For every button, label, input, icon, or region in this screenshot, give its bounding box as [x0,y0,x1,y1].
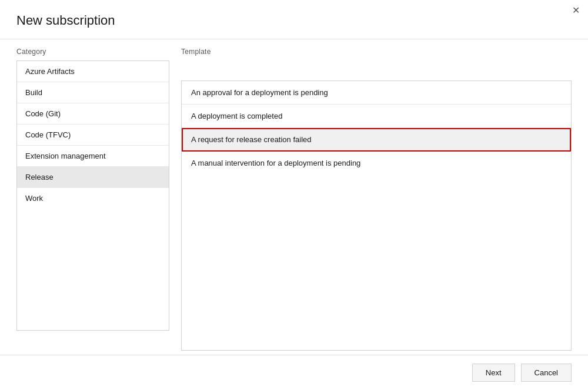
category-item-build[interactable]: Build [17,82,169,103]
cancel-button[interactable]: Cancel [521,364,572,382]
template-item-release-creation-failed[interactable]: A request for release creation failed [182,128,571,152]
category-item-extension-management[interactable]: Extension management [17,146,169,167]
category-item-code-tfvc[interactable]: Code (TFVC) [17,125,169,146]
dialog-footer: Next Cancel [0,355,588,390]
category-item-work[interactable]: Work [17,188,169,209]
category-item-release[interactable]: Release [17,167,169,188]
template-section: Template An approval for a deployment is… [181,39,572,351]
new-subscription-dialog: ✕ New subscription Category Azure Artifa… [0,0,588,390]
dialog-overlay: ✕ New subscription Category Azure Artifa… [0,0,588,390]
dialog-title: New subscription [0,0,588,39]
category-item-code-git[interactable]: Code (Git) [17,103,169,125]
close-button[interactable]: ✕ [572,6,580,15]
section-divider [169,39,181,351]
category-label: Category [16,39,169,60]
template-label: Template [181,39,572,60]
template-list: An approval for a deployment is pendingA… [181,80,572,351]
category-item-azure-artifacts[interactable]: Azure Artifacts [17,61,169,82]
next-button[interactable]: Next [472,364,515,382]
template-item-manual-intervention[interactable]: A manual intervention for a deployment i… [182,152,571,174]
category-section: Category Azure ArtifactsBuildCode (Git)C… [16,39,169,351]
template-item-deployment-completed[interactable]: A deployment is completed [182,105,571,128]
template-item-approval-pending[interactable]: An approval for a deployment is pending [182,81,571,105]
category-list: Azure ArtifactsBuildCode (Git)Code (TFVC… [16,60,169,331]
dialog-body: Category Azure ArtifactsBuildCode (Git)C… [0,39,588,351]
